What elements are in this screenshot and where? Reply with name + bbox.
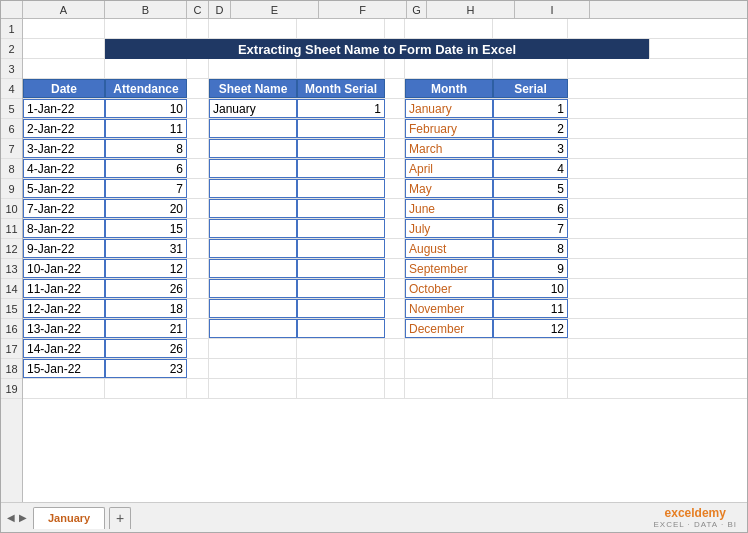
cell-f13 — [297, 259, 385, 278]
cell-c3 — [105, 59, 187, 78]
logo-brand: exceldemy — [653, 506, 737, 520]
row-num-14: 14 — [1, 279, 22, 299]
cell-date-1: 1-Jan-22 — [23, 99, 105, 118]
cell-g16 — [385, 319, 405, 338]
cell-b2 — [23, 39, 105, 58]
cell-g12 — [385, 239, 405, 258]
row-num-4: 4 — [1, 79, 22, 99]
nav-next-icon[interactable]: ▶ — [19, 512, 27, 523]
grid-area: 1 2 3 4 5 6 7 8 9 10 11 12 13 14 15 16 1… — [1, 19, 747, 502]
header-sheet-name: Sheet Name — [209, 79, 297, 98]
cell-month-12: December — [405, 319, 493, 338]
cell-f10 — [297, 199, 385, 218]
cell-h19 — [405, 379, 493, 398]
cell-g15 — [385, 299, 405, 318]
cell-att-8: 31 — [105, 239, 187, 258]
cell-e19 — [209, 379, 297, 398]
header-serial: Serial — [493, 79, 568, 98]
grid-content: Extracting Sheet Name to Form Date in Ex… — [23, 19, 747, 502]
cell-e18 — [209, 359, 297, 378]
data-row-15: 12-Jan-22 18 November 11 — [23, 299, 747, 319]
cell-f6 — [297, 119, 385, 138]
cell-serial-8: 8 — [493, 239, 568, 258]
cell-i17 — [493, 339, 568, 358]
cell-e8 — [209, 159, 297, 178]
cell-d19 — [187, 379, 209, 398]
logo-tagline: EXCEL · DATA · BI — [653, 520, 737, 529]
cell-date-7: 8-Jan-22 — [23, 219, 105, 238]
cell-att-9: 12 — [105, 259, 187, 278]
cell-h1 — [405, 19, 493, 38]
header-attendance: Attendance — [105, 79, 187, 98]
cell-d7 — [187, 139, 209, 158]
add-sheet-button[interactable]: + — [109, 507, 131, 529]
cell-f11 — [297, 219, 385, 238]
cell-date-3: 3-Jan-22 — [23, 139, 105, 158]
cell-serial-3: 3 — [493, 139, 568, 158]
cell-d10 — [187, 199, 209, 218]
cell-e17 — [209, 339, 297, 358]
cell-b1 — [23, 19, 105, 38]
row-headers: 1 2 3 4 5 6 7 8 9 10 11 12 13 14 15 16 1… — [1, 19, 23, 502]
cell-d11 — [187, 219, 209, 238]
cell-h18 — [405, 359, 493, 378]
cell-date-10: 11-Jan-22 — [23, 279, 105, 298]
col-header-e: E — [231, 1, 319, 18]
cell-date-2: 2-Jan-22 — [23, 119, 105, 138]
cell-g13 — [385, 259, 405, 278]
cell-e1 — [209, 19, 297, 38]
row-num-18: 18 — [1, 359, 22, 379]
cell-i18 — [493, 359, 568, 378]
cell-month-3: March — [405, 139, 493, 158]
row-num-9: 9 — [1, 179, 22, 199]
cell-d9 — [187, 179, 209, 198]
data-row-19 — [23, 379, 747, 399]
sheet-tab-january[interactable]: January — [33, 507, 105, 529]
cell-serial-6: 6 — [493, 199, 568, 218]
cell-date-8: 9-Jan-22 — [23, 239, 105, 258]
cell-serial-2: 2 — [493, 119, 568, 138]
cell-att-5: 7 — [105, 179, 187, 198]
cell-att-7: 15 — [105, 219, 187, 238]
data-row-17: 14-Jan-22 26 — [23, 339, 747, 359]
row-num-3: 3 — [1, 59, 22, 79]
cell-att-3: 8 — [105, 139, 187, 158]
cell-e14 — [209, 279, 297, 298]
cell-date-4: 4-Jan-22 — [23, 159, 105, 178]
header-date: Date — [23, 79, 105, 98]
row-num-1: 1 — [1, 19, 22, 39]
cell-month-4: April — [405, 159, 493, 178]
col-header-b: B — [105, 1, 187, 18]
data-row-10: 7-Jan-22 20 June 6 — [23, 199, 747, 219]
data-row-5: 1-Jan-22 10 January 1 January 1 — [23, 99, 747, 119]
row-4: Date Attendance Sheet Name Month Serial … — [23, 79, 747, 99]
cell-monthserial-1: 1 — [297, 99, 385, 118]
cell-serial-7: 7 — [493, 219, 568, 238]
row-num-15: 15 — [1, 299, 22, 319]
data-row-14: 11-Jan-22 26 October 10 — [23, 279, 747, 299]
cell-g10 — [385, 199, 405, 218]
row-num-5: 5 — [1, 99, 22, 119]
row-num-6: 6 — [1, 119, 22, 139]
cell-f17 — [297, 339, 385, 358]
data-row-16: 13-Jan-22 21 December 12 — [23, 319, 747, 339]
cell-f12 — [297, 239, 385, 258]
data-row-12: 9-Jan-22 31 August 8 — [23, 239, 747, 259]
nav-prev-icon[interactable]: ◀ — [7, 512, 15, 523]
cell-g7 — [385, 139, 405, 158]
cell-month-6: June — [405, 199, 493, 218]
cell-date-6: 7-Jan-22 — [23, 199, 105, 218]
cell-d13 — [187, 259, 209, 278]
cell-att-14: 23 — [105, 359, 187, 378]
row-num-2: 2 — [1, 39, 22, 59]
cell-f19 — [297, 379, 385, 398]
cell-month-8: August — [405, 239, 493, 258]
data-row-7: 3-Jan-22 8 March 3 — [23, 139, 747, 159]
cell-att-13: 26 — [105, 339, 187, 358]
cell-e15 — [209, 299, 297, 318]
cell-serial-1: 1 — [493, 99, 568, 118]
cell-month-10: October — [405, 279, 493, 298]
add-icon: + — [116, 510, 124, 526]
cell-serial-12: 12 — [493, 319, 568, 338]
cell-b3 — [23, 59, 105, 78]
